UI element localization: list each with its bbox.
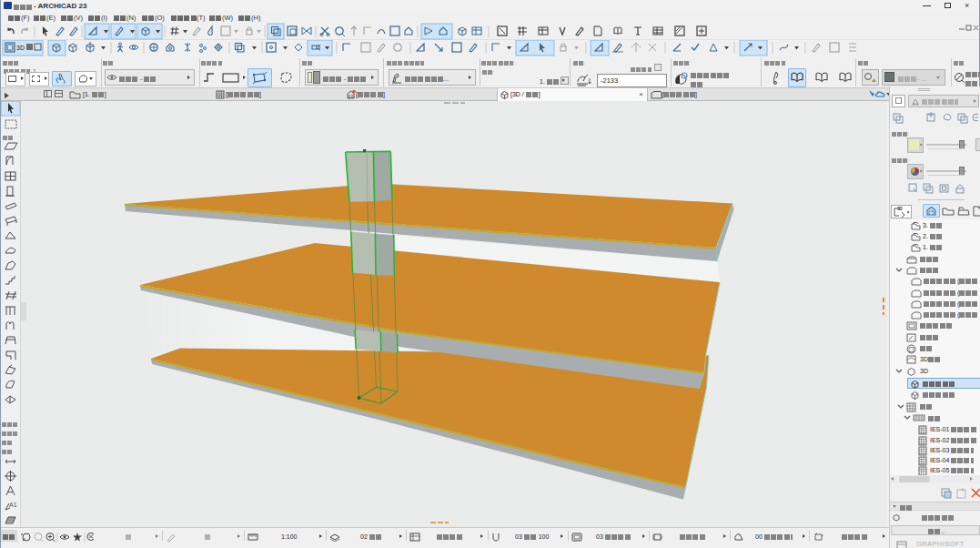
svg-text:3D: 3D [16, 45, 25, 51]
svg-text:A1: A1 [9, 502, 17, 508]
